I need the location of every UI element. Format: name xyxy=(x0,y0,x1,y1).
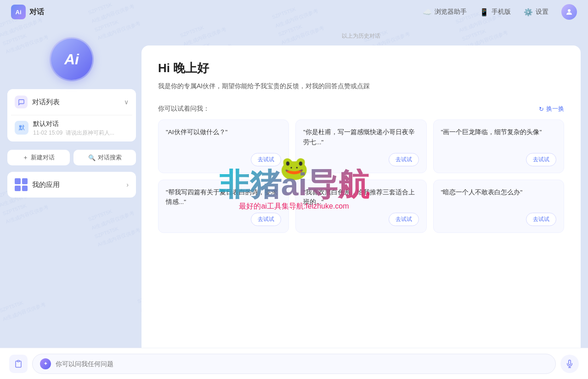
chat-item-title: 默认对话 xyxy=(33,120,129,128)
browser-assistant-nav[interactable]: ☁️ 浏览器助手 xyxy=(423,8,467,17)
suggestion-text-4: "我喜欢黑白色系，给我推荐三套适合上班的..." xyxy=(303,187,418,207)
search-chat-button[interactable]: 🔍 对话搜索 xyxy=(74,150,136,165)
refresh-icon: ↻ xyxy=(539,106,544,113)
logo-icon: Ai xyxy=(11,5,26,19)
suggestion-card-0[interactable]: "AI伙伴可以做什么？" 去试试 xyxy=(158,119,289,173)
settings-nav[interactable]: ⚙️ 设置 xyxy=(524,8,548,17)
new-chat-button[interactable]: ＋ 新建对话 xyxy=(7,150,70,165)
ai-avatar-container: Ai xyxy=(7,29,136,85)
main-layout: Ai 对话列表 ∨ 默 默认对话 11-02 15:09 xyxy=(0,24,588,379)
settings-icon: ⚙️ xyxy=(524,8,533,17)
chat-item-content: 默认对话 11-02 15:09 请说出原神可莉人... xyxy=(33,120,129,137)
try-btn-1[interactable]: 去试试 xyxy=(389,153,419,166)
mobile-nav[interactable]: 📱 手机版 xyxy=(480,8,511,17)
default-chat-item[interactable]: 默 默认对话 11-02 15:09 请说出原神可莉人... xyxy=(7,115,136,141)
user-avatar[interactable] xyxy=(561,4,577,20)
search-icon: 🔍 xyxy=(88,154,96,161)
ai-avatar-text: Ai xyxy=(64,51,79,68)
header: Ai 对话 ☁️ 浏览器助手 📱 手机版 ⚙️ 设置 xyxy=(0,0,588,24)
chat-list-label: 对话列表 xyxy=(32,98,60,107)
chat-list-section: 对话列表 ∨ 默 默认对话 11-02 15:09 请说出原神可莉人... xyxy=(7,89,136,141)
default-chat-icon: 默 xyxy=(15,121,28,135)
try-btn-5[interactable]: 去试试 xyxy=(526,213,556,226)
try-section: 你可以试着问我： ↻ 换一换 "AI伙伴可以做什么？" 去试试 "你是杜甫，写一… xyxy=(158,105,564,361)
chevron-right-icon: › xyxy=(126,181,129,188)
suggestion-text-1: "你是杜甫，写一篇感慨快递小哥日夜辛劳七..." xyxy=(303,127,418,147)
svg-rect-1 xyxy=(17,360,20,362)
suggestion-card-5[interactable]: "暗恋一个人不敢表白怎么办" 去试试 xyxy=(433,180,564,233)
my-apps-label: 我的应用 xyxy=(32,181,60,189)
input-ai-icon: ✦ xyxy=(40,358,51,369)
try-btn-3[interactable]: 去试试 xyxy=(251,213,281,226)
history-divider: 以上为历史对话 xyxy=(141,29,581,45)
suggestion-card-4[interactable]: "我喜欢黑白色系，给我推荐三套适合上班的..." 去试试 xyxy=(295,180,426,233)
my-apps-section[interactable]: 我的应用 › xyxy=(7,172,136,198)
refresh-button[interactable]: ↻ 换一换 xyxy=(539,105,564,113)
suggestion-card-3[interactable]: "帮我写四篇有关于夏日表白的诗，要求情感..." 去试试 xyxy=(158,180,289,233)
header-title: 对话 xyxy=(29,7,44,17)
sidebar: Ai 对话列表 ∨ 默 默认对话 11-02 15:09 xyxy=(7,29,136,373)
try-label: 你可以试着问我： xyxy=(158,105,209,113)
chevron-down-icon: ∨ xyxy=(124,98,129,106)
cloud-icon: ☁️ xyxy=(423,8,432,17)
suggestion-card-2[interactable]: "画一个巨龙降临，细节复杂的头像" 去试试 xyxy=(433,119,564,173)
try-header: 你可以试着问我： ↻ 换一换 xyxy=(158,105,564,113)
try-btn-0[interactable]: 去试试 xyxy=(251,153,281,166)
greeting-title: Hi 晚上好 xyxy=(158,60,564,76)
try-btn-4[interactable]: 去试试 xyxy=(389,213,419,226)
suggestion-card-1[interactable]: "你是杜甫，写一篇感慨快递小哥日夜辛劳七..." 去试试 xyxy=(295,119,426,173)
apps-grid-icon xyxy=(15,178,28,191)
logo[interactable]: Ai 对话 xyxy=(11,5,44,19)
greeting-section: Hi 晚上好 我是你的专属AI伙伴，期望你能给予我宝贵的反馈，对我的回答点赞或点… xyxy=(158,60,564,91)
voice-button[interactable] xyxy=(560,355,579,373)
suggestion-text-2: "画一个巨龙降临，细节复杂的头像" xyxy=(441,127,556,147)
clipboard-tool-button[interactable] xyxy=(9,355,28,373)
input-area: ✦ xyxy=(0,348,588,379)
mobile-icon: 📱 xyxy=(480,8,489,17)
input-pill: ✦ xyxy=(32,354,556,374)
main-content: 以上为历史对话 Hi 晚上好 我是你的专属AI伙伴，期望你能给予我宝贵的反馈，对… xyxy=(141,29,581,373)
greeting-subtitle: 我是你的专属AI伙伴，期望你能给予我宝贵的反馈，对我的回答点赞或点踩 xyxy=(158,81,564,91)
sidebar-actions: ＋ 新建对话 🔍 对话搜索 xyxy=(7,146,136,167)
chat-area: Hi 晚上好 我是你的专属AI伙伴，期望你能给予我宝贵的反馈，对我的回答点赞或点… xyxy=(141,45,581,373)
suggestion-text-5: "暗恋一个人不敢表白怎么办" xyxy=(441,187,556,207)
suggestion-text-3: "帮我写四篇有关于夏日表白的诗，要求情感..." xyxy=(166,187,281,207)
chat-item-meta: 11-02 15:09 请说出原神可莉人... xyxy=(33,129,129,137)
header-nav: ☁️ 浏览器助手 📱 手机版 ⚙️ 设置 xyxy=(423,4,577,20)
plus-icon: ＋ xyxy=(23,153,28,162)
chat-bubble-icon xyxy=(15,96,28,108)
svg-point-0 xyxy=(568,9,571,12)
try-btn-2[interactable]: 去试试 xyxy=(526,153,556,166)
chat-input[interactable] xyxy=(56,360,548,368)
suggestion-grid: "AI伙伴可以做什么？" 去试试 "你是杜甫，写一篇感慨快递小哥日夜辛劳七...… xyxy=(158,119,564,232)
chat-list-toggle[interactable]: 对话列表 ∨ xyxy=(7,89,136,115)
suggestion-text-0: "AI伙伴可以做什么？" xyxy=(166,127,281,147)
ai-avatar: Ai xyxy=(51,39,92,80)
